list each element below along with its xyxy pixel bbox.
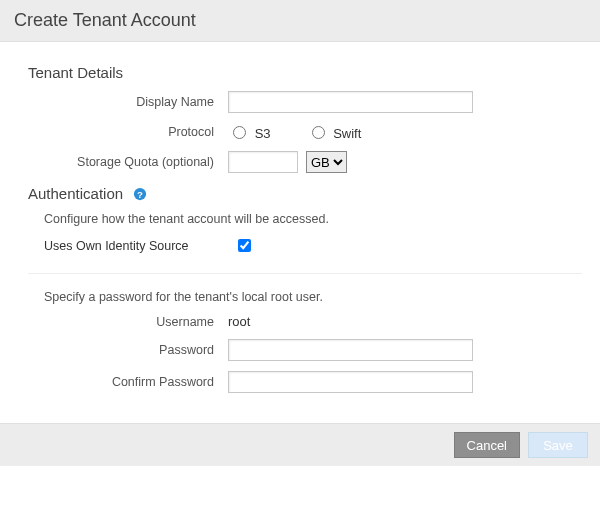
protocol-label: Protocol [28,125,228,139]
protocol-radio-swift[interactable] [312,126,325,139]
protocol-radio-s3[interactable] [233,126,246,139]
password-input[interactable] [228,339,473,361]
help-icon[interactable]: ? [133,187,147,201]
username-label: Username [28,315,228,329]
confirm-password-row: Confirm Password [28,371,582,393]
display-name-label: Display Name [28,95,228,109]
tenant-details-title: Tenant Details [28,64,582,81]
protocol-radio-swift-label[interactable]: Swift [307,123,362,141]
storage-quota-unit-select[interactable]: GB [306,151,347,173]
authentication-title: Authentication ? [28,185,582,202]
save-button[interactable]: Save [528,432,588,458]
svg-text:?: ? [137,189,143,200]
password-label: Password [28,343,228,357]
confirm-password-input[interactable] [228,371,473,393]
protocol-row: Protocol S3 Swift [28,123,582,141]
authentication-title-text: Authentication [28,185,123,202]
storage-quota-label: Storage Quota (optional) [28,155,228,169]
cancel-button[interactable]: Cancel [454,432,520,458]
protocol-swift-text: Swift [333,126,361,141]
display-name-input[interactable] [228,91,473,113]
dialog-footer: Cancel Save [0,423,600,466]
dialog-title: Create Tenant Account [14,10,586,31]
dialog-body: Tenant Details Display Name Protocol S3 … [0,42,600,423]
own-identity-row: Uses Own Identity Source [44,236,582,255]
own-identity-checkbox[interactable] [238,239,251,252]
root-user-description: Specify a password for the tenant's loca… [44,290,582,304]
authentication-description: Configure how the tenant account will be… [44,212,582,226]
password-row: Password [28,339,582,361]
section-divider [28,273,582,274]
storage-quota-row: Storage Quota (optional) GB [28,151,582,173]
dialog-header: Create Tenant Account [0,0,600,42]
username-row: Username root [28,314,582,329]
display-name-row: Display Name [28,91,582,113]
own-identity-label: Uses Own Identity Source [44,239,234,253]
protocol-radio-s3-label[interactable]: S3 [228,123,271,141]
protocol-s3-text: S3 [255,126,271,141]
confirm-password-label: Confirm Password [28,375,228,389]
storage-quota-input[interactable] [228,151,298,173]
username-value: root [228,314,250,329]
